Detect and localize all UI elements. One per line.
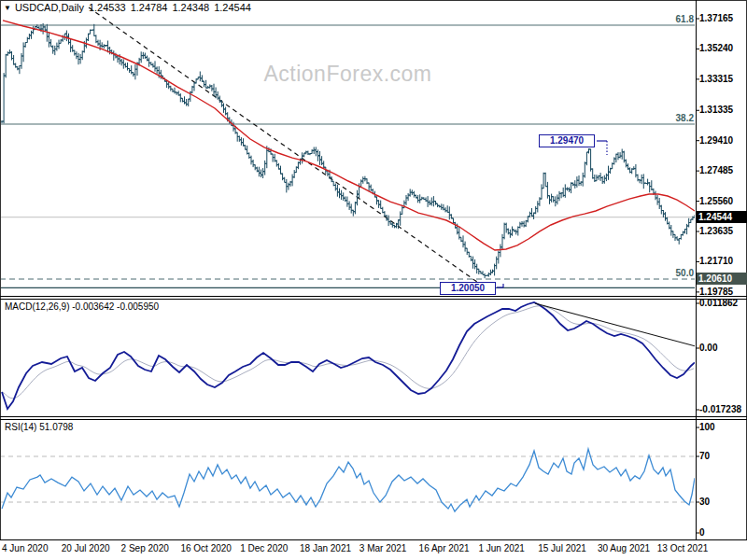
swing-low-callout: 1.20050	[440, 282, 496, 295]
date-axis-label: 1 Dec 2020	[240, 543, 288, 553]
chart-header: ▼USDCAD,Daily1.245331.247841.243481.2454…	[4, 2, 256, 13]
date-axis-label: 4 Jun 2020	[2, 543, 49, 553]
date-axis-label: 30 Aug 2021	[598, 543, 650, 553]
ohlc-high-value: 1.24784	[131, 2, 168, 13]
chart-window: ActionForex.com ▼USDCAD,Daily1.245331.24…	[0, 0, 747, 560]
date-axis-label: 20 Jul 2020	[62, 543, 110, 553]
date-axis-label: 18 Jan 2021	[300, 543, 351, 553]
symbol-timeframe-label: USDCAD,Daily	[15, 2, 84, 13]
fib-level-label: 38.2	[0, 113, 694, 123]
date-axis-label: 1 Jun 2021	[478, 543, 525, 553]
fib-level-label: 50.0	[0, 268, 694, 278]
price-axis-label: 1.23635	[699, 226, 733, 236]
price-axis-label: 1.21710	[699, 256, 733, 266]
macd-axis-label: 0.011862	[699, 298, 738, 308]
ohlc-close-value: 1.24544	[214, 2, 251, 13]
fib-level-label: 61.8	[0, 14, 694, 24]
rsi-axis-label: 70	[699, 451, 710, 461]
fib-price-tag: 1.20610	[697, 273, 747, 285]
date-axis-label: 2 Sep 2020	[121, 543, 169, 553]
macd-panel-title: MACD(12,26,9) -0.003642 -0.005950	[5, 301, 159, 312]
rsi-panel-title: RSI(14) 51.0798	[5, 422, 73, 432]
price-axis-label: 1.29410	[699, 135, 733, 146]
rsi-axis-label: 100	[699, 422, 715, 432]
rsi-axis-label: 0	[699, 527, 705, 538]
date-axis-label: 3 Mar 2021	[359, 543, 407, 553]
price-axis-label: 1.25560	[699, 196, 733, 206]
macd-axis-label: 0.00	[699, 343, 717, 353]
date-axis-label: 16 Apr 2021	[419, 543, 470, 553]
price-axis-label: 1.35240	[699, 43, 733, 53]
date-axis-label: 13 Oct 2021	[657, 543, 708, 553]
price-axis-label: 1.37165	[699, 13, 733, 23]
date-axis-label: 15 Jul 2021	[538, 543, 586, 553]
price-axis-label: 1.31335	[699, 105, 733, 115]
symbol-dropdown-icon: ▼	[4, 4, 11, 12]
price-axis-label: 1.19785	[699, 287, 733, 297]
price-axis-label: 1.33315	[699, 74, 733, 84]
chart-canvas	[0, 0, 747, 560]
rsi-axis-label: 30	[699, 497, 710, 507]
macd-axis-label: -0.017238	[699, 404, 741, 414]
ohlc-low-value: 1.24348	[172, 2, 209, 13]
date-axis-label: 16 Oct 2020	[180, 543, 231, 553]
ohlc-open-value: 1.24533	[89, 2, 126, 13]
swing-high-callout: 1.29470	[539, 134, 595, 147]
current-price-tag: 1.24544	[697, 211, 747, 223]
price-axis-label: 1.27485	[699, 165, 733, 175]
